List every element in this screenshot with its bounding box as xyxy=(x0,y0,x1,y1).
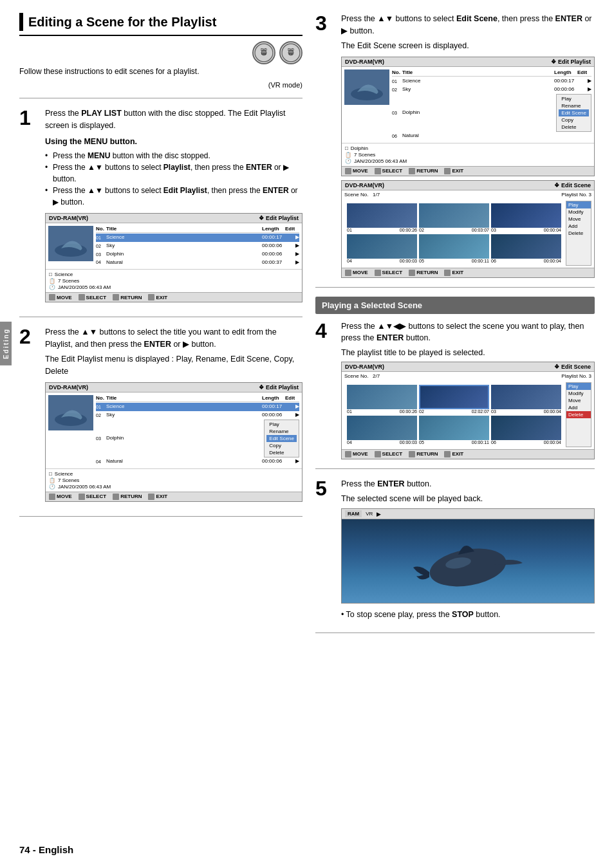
dvd-screen-2-header: DVD-RAM(VR) ❖ Edit Playlist xyxy=(46,383,302,392)
svg-text:RW: RW xyxy=(289,53,293,55)
dvd-footer-3: MOVE SELECT RETURN EXIT xyxy=(342,166,594,176)
scene2-thumb-4 xyxy=(347,416,417,440)
page-footer: 74 - English xyxy=(19,844,73,855)
dvd-footer-2: MOVE SELECT RETURN EXIT xyxy=(46,492,302,501)
scene2-cell-3: 0300:00:04 xyxy=(491,385,561,414)
scene2-cell-2: 0202:02:07 xyxy=(419,385,489,414)
step-3-text: Press the ▲▼ buttons to select Edit Scen… xyxy=(341,13,595,37)
dvd-screen-1-header: DVD-RAM(VR) ❖ Edit Playlist xyxy=(46,214,302,223)
scene2-cell-1: 0100:00:26 xyxy=(347,385,417,414)
step-5-content: Press the ENTER button. The selected sce… xyxy=(341,478,595,623)
dvd-screen-3: DVD-RAM(VR) ❖ Edit Playlist xyxy=(341,57,595,176)
scene-body-1: 0100:00:26 0200:03:07 xyxy=(342,199,594,268)
scene-thumb-5 xyxy=(419,234,489,259)
dvd-info-2: □ Science 📋 7 Scenes 🕐 JAN/20/2005 06:43… xyxy=(46,468,302,492)
nav-icon-2 xyxy=(79,294,85,300)
screen3-label: DVD-RAM(VR) xyxy=(345,59,384,65)
scene2-cell-5: 0500:00:11 xyxy=(419,416,489,445)
svg-text:RAM: RAM xyxy=(261,53,266,55)
row3-2: 02Sky00:00:06▶ xyxy=(392,86,591,94)
playback-video xyxy=(342,519,594,603)
scene-cell-4: 0400:00:03 xyxy=(347,234,417,263)
dvd-ram-icon: DVD RAM xyxy=(252,41,275,64)
step-5: 5 Press the ENTER button. The selected s… xyxy=(315,478,595,623)
step-2-text: Press the ▲▼ buttons to select the title… xyxy=(45,326,302,351)
dvd-screen-1: DVD-RAM(VR) ❖ Edit Playlist xyxy=(45,213,302,302)
scene-thumb-1 xyxy=(347,203,417,228)
dvd-table-header-1: No. Title Length Edit xyxy=(96,226,299,233)
divider-4 xyxy=(315,287,595,288)
dvd-row-s3: 03 Dolphin xyxy=(96,420,264,457)
scene-thumb-3 xyxy=(491,203,561,228)
screen3-body: No. Title Length Edit 01Science00:00:17▶… xyxy=(342,67,594,142)
nav-icon-6 xyxy=(79,494,85,500)
dvd-rw-icon: DVD RW xyxy=(279,41,302,64)
scene-info-row-1: Scene No. 1/7 Playlist No. 3 xyxy=(342,190,594,199)
row3-4: 06Natural xyxy=(392,132,591,140)
scene-grid-1: 0100:00:26 0200:03:07 xyxy=(344,201,564,266)
scene2-header-label: DVD-RAM(VR) xyxy=(345,364,384,370)
two-col-layout: Editing a Scene for the Playlist DVD RAM xyxy=(19,13,595,642)
nav-11 xyxy=(409,168,415,174)
bullet-1: Press the MENU button with the disc stop… xyxy=(45,150,302,162)
scene2-header-badge: ❖ Edit Scene xyxy=(554,364,591,370)
vr-mode-text: (VR mode) xyxy=(19,81,302,89)
menu-popup-3: Play Rename Edit Scene Copy Delete xyxy=(556,94,591,132)
dvd-screen-2-body: No. Title Length Edit 01 Science 00:00:1… xyxy=(46,392,302,468)
nav-icon-4 xyxy=(148,294,154,300)
row3-1: 01Science00:00:17▶ xyxy=(392,77,591,86)
scene-cell-5: 0500:00:11 xyxy=(419,234,489,263)
dvd-table-3: No. Title Length Edit 01Science00:00:17▶… xyxy=(392,69,591,140)
nav-12 xyxy=(444,168,451,174)
snav-7 xyxy=(409,451,415,457)
bullet-3: Press the ▲▼ buttons to select Edit Play… xyxy=(45,185,302,208)
section-heading: Editing a Scene for the Playlist xyxy=(19,13,302,36)
step-5-subtext: The selected scene will be played back. xyxy=(341,493,595,505)
scene-thumb-6 xyxy=(491,234,561,259)
dvd-row-s1: 01 Science 00:00:17 ▶ xyxy=(96,403,299,411)
step-5-text: Press the ENTER button. xyxy=(341,478,595,490)
scene2-cell-6: 0600:00:04 xyxy=(491,416,561,445)
dvd-table-2: No. Title Length Edit 01 Science 00:00:1… xyxy=(96,395,299,465)
dvd-row-1: 01 Science 00:00:17 ▶ xyxy=(96,234,299,242)
dvd-table-1: No. Title Length Edit 01 Science 00:00:1… xyxy=(96,226,299,266)
svg-text:DVD: DVD xyxy=(261,48,267,51)
scene2-thumb-1 xyxy=(347,385,417,409)
snav-8 xyxy=(444,451,451,457)
heading-bar xyxy=(19,13,23,31)
dvd-thumb-2 xyxy=(48,395,93,430)
scene-screen-header: DVD-RAM(VR) ❖ Edit Scene xyxy=(342,181,594,190)
scene-footer-2: MOVE SELECT RETURN EXIT xyxy=(342,449,594,459)
scene2-header: DVD-RAM(VR) ❖ Edit Scene xyxy=(342,362,594,372)
dvd-screen-1-body: No. Title Length Edit 01 Science 00:00:1… xyxy=(46,223,302,269)
snav-6 xyxy=(375,451,381,457)
step-1: 1 Press the PLAY LIST button with the di… xyxy=(19,107,302,308)
dvd-row-3: 03 Dolphin 00:00:06 ▶ xyxy=(96,250,299,259)
playing-scene-box: Playing a Selected Scene xyxy=(315,297,595,314)
scene2-thumb-5 xyxy=(419,416,489,440)
scene-body-2: 0100:00:26 0202:02:07 xyxy=(342,380,594,449)
dvd-info-3: □Dolphin 📋7 Scenes 🕐JAN/20/2005 06:43 AM xyxy=(342,143,594,166)
svg-text:DVD: DVD xyxy=(288,48,294,51)
step-3-subtext: The Edit Scene screen is displayed. xyxy=(341,40,595,52)
dvd-row-s2: 02 Sky 00:00:06 ▶ xyxy=(96,411,299,420)
stop-note: • To stop scene play, press the STOP but… xyxy=(341,609,595,621)
dvd-screen-2: DVD-RAM(VR) ❖ Edit Playlist xyxy=(45,382,302,501)
nav-icon-1 xyxy=(49,294,55,300)
snav-3 xyxy=(409,270,415,276)
scene-cell-1: 0100:00:26 xyxy=(347,203,417,232)
scene-footer-1: MOVE SELECT RETURN EXIT xyxy=(342,268,594,277)
nav-icon-8 xyxy=(148,494,154,500)
step-5-number: 5 xyxy=(315,478,335,623)
dvd-info-1: □ Science 📋 7 Scenes 🕐 JAN/20/2005 06:43… xyxy=(46,269,302,292)
nav-9 xyxy=(345,168,351,174)
step-4-text: Press the ▲▼◀▶ buttons to select the sce… xyxy=(341,320,595,345)
dvd-row-4: 04 Natural 00:00:37 ▶ xyxy=(96,259,299,267)
scene-thumb-2 xyxy=(419,203,489,228)
step-3-content: Press the ▲▼ buttons to select Edit Scen… xyxy=(341,13,595,278)
intro-text: Follow these instructions to edit scenes… xyxy=(19,66,302,77)
step-4: 4 Press the ▲▼◀▶ buttons to select the s… xyxy=(315,320,595,459)
nav-icon-3 xyxy=(113,294,119,300)
left-column: Editing a Scene for the Playlist DVD RAM xyxy=(19,13,302,642)
divider-5 xyxy=(315,468,595,469)
